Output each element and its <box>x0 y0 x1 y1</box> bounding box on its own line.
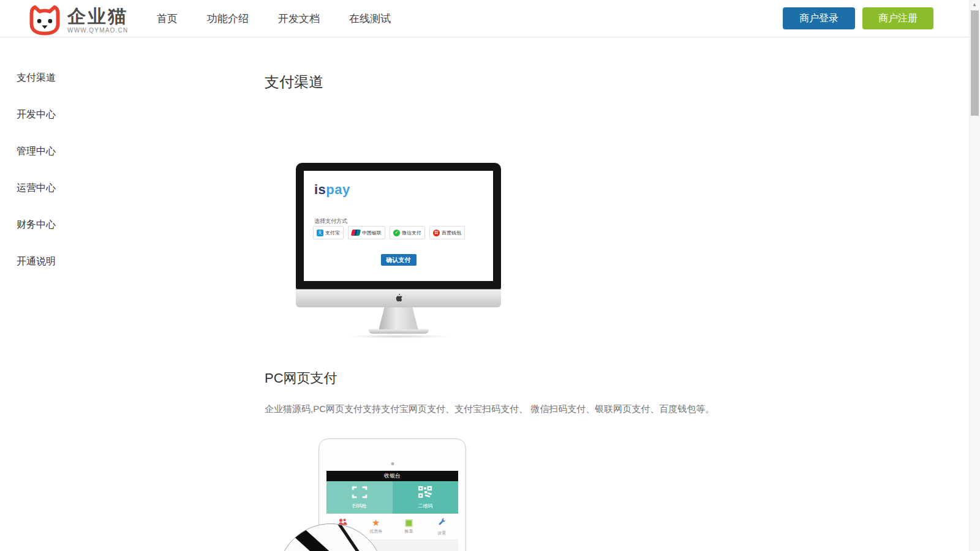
tablet-camera-dot <box>391 462 394 465</box>
method-label: 中国银联 <box>362 230 382 236</box>
confirm-pay-button-depicted: 确认支付 <box>381 254 417 266</box>
merchant-register-button[interactable]: 商户注册 <box>862 7 933 29</box>
sidebar-item-activation-guide[interactable]: 开通说明 <box>17 255 56 268</box>
top-navbar: 企业猫 WWW.QYMAO.CN 首页 功能介绍 开发文档 在线测试 商户登录 … <box>0 0 970 37</box>
method-label: 百度钱包 <box>442 230 461 236</box>
sidebar-item-admin-center[interactable]: 管理中心 <box>17 145 56 157</box>
method-unionpay: 中国银联 <box>348 226 385 239</box>
dock-label: 设置 <box>437 530 446 536</box>
choose-method-label: 选择支付方式 <box>314 217 347 225</box>
scrollbar-thumb[interactable] <box>971 10 979 116</box>
dock-label: 账单 <box>404 528 413 534</box>
imac-display: ispay 选择支付方式 支 支付宝 中国银联 ✓ 微信支付 <box>304 171 493 281</box>
apple-logo-icon <box>395 293 402 304</box>
imac-illustration: ispay 选择支付方式 支 支付宝 中国银联 ✓ 微信支付 <box>296 163 501 339</box>
brand-domain: WWW.QYMAO.CN <box>67 27 128 34</box>
star-icon: ★ <box>372 519 380 527</box>
page-title: 支付渠道 <box>265 72 323 92</box>
page: 企业猫 WWW.QYMAO.CN 首页 功能介绍 开发文档 在线测试 商户登录 … <box>0 0 980 551</box>
tile-scan-gun: 扫码枪 <box>326 481 393 514</box>
dock-settings: 设置 <box>425 514 458 539</box>
payment-methods-row: 支 支付宝 中国银联 ✓ 微信支付 百 百度钱包 <box>313 226 465 239</box>
nav-item-home[interactable]: 首页 <box>157 12 178 26</box>
sidebar-item-operations-center[interactable]: 运营中心 <box>17 182 56 194</box>
sidebar-item-finance-center[interactable]: 财务中心 <box>17 219 56 231</box>
cat-logo-icon <box>28 2 61 38</box>
tile-label: 扫码枪 <box>352 503 367 509</box>
merchant-login-button[interactable]: 商户登录 <box>783 7 855 29</box>
sidebar-item-dev-center[interactable]: 开发中心 <box>17 108 56 121</box>
imac-stand-neck <box>379 307 418 329</box>
method-alipay: 支 支付宝 <box>313 226 344 239</box>
ispay-logo-pay: pay <box>326 182 350 197</box>
scan-frame-icon <box>352 486 368 501</box>
method-wechat-pay: ✓ 微信支付 <box>390 226 425 239</box>
wrench-icon <box>437 517 447 529</box>
brand-name: 企业猫 <box>67 7 128 26</box>
ispay-logo-is: is <box>314 182 326 197</box>
scrollbar[interactable]: ▲ <box>969 0 980 551</box>
section-description: 企业猫源码,PC网页支付支持支付宝网页支付、支付宝扫码支付、 微信扫码支付、银联… <box>265 403 718 415</box>
nav-item-online-test[interactable]: 在线测试 <box>349 12 391 26</box>
imac-stand-base <box>369 329 429 334</box>
method-label: 微信支付 <box>402 230 421 236</box>
ispay-logo: ispay <box>314 182 350 198</box>
brand-text: 企业猫 WWW.QYMAO.CN <box>67 7 128 34</box>
tile-qr-code: 二维码 <box>393 481 459 514</box>
section-title-pc-web-pay: PC网页支付 <box>265 369 337 388</box>
cashier-titlebar: 收银台 <box>326 471 458 481</box>
qr-code-icon <box>418 486 432 501</box>
bill-icon <box>405 519 413 527</box>
imac-shadow <box>347 334 451 339</box>
brand-logo[interactable]: 企业猫 WWW.QYMAO.CN <box>28 2 128 38</box>
method-label: 支付宝 <box>325 230 340 236</box>
method-baidu-wallet: 百 百度钱包 <box>429 226 465 239</box>
nav-item-docs[interactable]: 开发文档 <box>278 12 320 26</box>
scroll-up-icon[interactable]: ▲ <box>970 1 979 9</box>
main-nav: 首页 功能介绍 开发文档 在线测试 <box>157 0 391 37</box>
unionpay-icon <box>351 230 361 236</box>
cashier-tiles: 扫码枪 <box>326 481 458 514</box>
alipay-icon: 支 <box>317 230 323 236</box>
sidebar-nav: 支付渠道 开发中心 管理中心 运营中心 财务中心 开通说明 <box>17 72 56 268</box>
tile-label: 二维码 <box>418 503 432 509</box>
baidu-wallet-icon: 百 <box>433 230 440 236</box>
wechat-pay-icon: ✓ <box>393 230 400 236</box>
dock-bills: 账单 <box>393 514 426 539</box>
nav-item-features[interactable]: 功能介绍 <box>207 12 249 26</box>
sidebar-item-payment-channels[interactable]: 支付渠道 <box>17 72 56 84</box>
imac-chin <box>296 289 501 307</box>
dock-label: 优惠券 <box>369 528 382 534</box>
imac-frame: ispay 选择支付方式 支 支付宝 中国银联 ✓ 微信支付 <box>296 163 501 289</box>
